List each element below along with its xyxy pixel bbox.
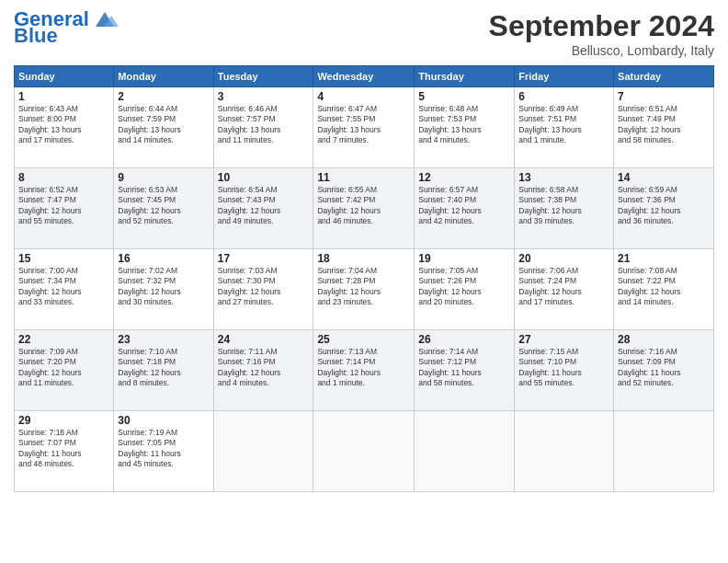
day-number: 27 [518, 333, 609, 346]
col-monday: Monday [114, 66, 213, 87]
table-row: 21Sunrise: 7:08 AM Sunset: 7:22 PM Dayli… [614, 249, 714, 330]
day-info: Sunrise: 6:52 AM Sunset: 7:47 PM Dayligh… [18, 185, 109, 227]
day-info: Sunrise: 6:51 AM Sunset: 7:49 PM Dayligh… [618, 104, 710, 146]
table-row: 14Sunrise: 6:59 AM Sunset: 7:36 PM Dayli… [614, 168, 714, 249]
table-row: 18Sunrise: 7:04 AM Sunset: 7:28 PM Dayli… [313, 249, 415, 330]
table-row: 27Sunrise: 7:15 AM Sunset: 7:10 PM Dayli… [515, 330, 614, 411]
calendar-week-4: 22Sunrise: 7:09 AM Sunset: 7:20 PM Dayli… [15, 330, 714, 411]
day-number: 24 [218, 333, 310, 346]
table-row: 6Sunrise: 6:49 AM Sunset: 7:51 PM Daylig… [515, 87, 614, 168]
day-number: 11 [317, 171, 410, 184]
calendar-week-2: 8Sunrise: 6:52 AM Sunset: 7:47 PM Daylig… [15, 168, 714, 249]
day-info: Sunrise: 7:16 AM Sunset: 7:09 PM Dayligh… [618, 347, 710, 389]
calendar-week-3: 15Sunrise: 7:00 AM Sunset: 7:34 PM Dayli… [15, 249, 714, 330]
title-section: September 2024 Bellusco, Lombardy, Italy [489, 9, 714, 58]
calendar-week-1: 1Sunrise: 6:43 AM Sunset: 8:00 PM Daylig… [15, 87, 714, 168]
table-row: 4Sunrise: 6:47 AM Sunset: 7:55 PM Daylig… [313, 87, 415, 168]
day-info: Sunrise: 6:57 AM Sunset: 7:40 PM Dayligh… [418, 185, 510, 227]
day-info: Sunrise: 6:53 AM Sunset: 7:45 PM Dayligh… [118, 185, 209, 227]
col-thursday: Thursday [415, 66, 515, 87]
day-number: 14 [618, 171, 710, 184]
day-number: 21 [618, 252, 710, 265]
table-row: 16Sunrise: 7:02 AM Sunset: 7:32 PM Dayli… [114, 249, 213, 330]
table-row [415, 411, 515, 492]
table-row: 29Sunrise: 7:18 AM Sunset: 7:07 PM Dayli… [15, 411, 114, 492]
table-row: 10Sunrise: 6:54 AM Sunset: 7:43 PM Dayli… [213, 168, 313, 249]
day-number: 1 [18, 90, 109, 103]
table-row: 30Sunrise: 7:19 AM Sunset: 7:05 PM Dayli… [114, 411, 213, 492]
day-number: 19 [418, 252, 510, 265]
day-info: Sunrise: 6:47 AM Sunset: 7:55 PM Dayligh… [317, 104, 410, 146]
table-row [614, 411, 714, 492]
table-row: 11Sunrise: 6:55 AM Sunset: 7:42 PM Dayli… [313, 168, 415, 249]
day-number: 18 [317, 252, 410, 265]
table-row: 12Sunrise: 6:57 AM Sunset: 7:40 PM Dayli… [415, 168, 515, 249]
table-row: 1Sunrise: 6:43 AM Sunset: 8:00 PM Daylig… [15, 87, 114, 168]
day-info: Sunrise: 7:11 AM Sunset: 7:16 PM Dayligh… [218, 347, 310, 389]
day-number: 25 [317, 333, 410, 346]
day-info: Sunrise: 7:15 AM Sunset: 7:10 PM Dayligh… [518, 347, 609, 389]
day-info: Sunrise: 7:00 AM Sunset: 7:34 PM Dayligh… [18, 266, 109, 308]
day-info: Sunrise: 6:55 AM Sunset: 7:42 PM Dayligh… [317, 185, 410, 227]
table-row: 5Sunrise: 6:48 AM Sunset: 7:53 PM Daylig… [415, 87, 515, 168]
day-info: Sunrise: 7:02 AM Sunset: 7:32 PM Dayligh… [118, 266, 209, 308]
logo-blue-text: Blue [14, 26, 58, 46]
day-info: Sunrise: 6:46 AM Sunset: 7:57 PM Dayligh… [218, 104, 310, 146]
day-info: Sunrise: 7:18 AM Sunset: 7:07 PM Dayligh… [18, 428, 109, 470]
table-row: 20Sunrise: 7:06 AM Sunset: 7:24 PM Dayli… [515, 249, 614, 330]
table-row: 19Sunrise: 7:05 AM Sunset: 7:26 PM Dayli… [415, 249, 515, 330]
day-info: Sunrise: 6:44 AM Sunset: 7:59 PM Dayligh… [118, 104, 209, 146]
table-row: 26Sunrise: 7:14 AM Sunset: 7:12 PM Dayli… [415, 330, 515, 411]
table-row: 15Sunrise: 7:00 AM Sunset: 7:34 PM Dayli… [15, 249, 114, 330]
col-tuesday: Tuesday [213, 66, 313, 87]
day-info: Sunrise: 7:13 AM Sunset: 7:14 PM Dayligh… [317, 347, 410, 389]
day-info: Sunrise: 7:04 AM Sunset: 7:28 PM Dayligh… [317, 266, 410, 308]
table-row [213, 411, 313, 492]
table-row: 22Sunrise: 7:09 AM Sunset: 7:20 PM Dayli… [15, 330, 114, 411]
calendar-header-row: Sunday Monday Tuesday Wednesday Thursday… [15, 66, 714, 87]
calendar-table: Sunday Monday Tuesday Wednesday Thursday… [14, 65, 714, 492]
logo-icon [91, 10, 119, 29]
day-info: Sunrise: 7:05 AM Sunset: 7:26 PM Dayligh… [418, 266, 510, 308]
table-row [313, 411, 415, 492]
col-friday: Friday [515, 66, 614, 87]
day-info: Sunrise: 7:08 AM Sunset: 7:22 PM Dayligh… [618, 266, 710, 308]
table-row [515, 411, 614, 492]
day-number: 29 [18, 414, 109, 427]
day-number: 6 [518, 90, 609, 103]
header: General Blue September 2024 Bellusco, Lo… [14, 9, 714, 58]
day-number: 8 [18, 171, 109, 184]
table-row: 28Sunrise: 7:16 AM Sunset: 7:09 PM Dayli… [614, 330, 714, 411]
day-number: 4 [317, 90, 410, 103]
location-subtitle: Bellusco, Lombardy, Italy [489, 43, 714, 58]
table-row: 3Sunrise: 6:46 AM Sunset: 7:57 PM Daylig… [213, 87, 313, 168]
month-title: September 2024 [489, 9, 714, 43]
table-row: 8Sunrise: 6:52 AM Sunset: 7:47 PM Daylig… [15, 168, 114, 249]
table-row: 9Sunrise: 6:53 AM Sunset: 7:45 PM Daylig… [114, 168, 213, 249]
day-number: 22 [18, 333, 109, 346]
day-number: 17 [218, 252, 310, 265]
col-wednesday: Wednesday [313, 66, 415, 87]
day-number: 2 [118, 90, 209, 103]
table-row: 2Sunrise: 6:44 AM Sunset: 7:59 PM Daylig… [114, 87, 213, 168]
day-info: Sunrise: 6:49 AM Sunset: 7:51 PM Dayligh… [518, 104, 609, 146]
day-number: 23 [118, 333, 209, 346]
day-number: 9 [118, 171, 209, 184]
day-info: Sunrise: 6:43 AM Sunset: 8:00 PM Dayligh… [18, 104, 109, 146]
day-number: 26 [418, 333, 510, 346]
day-info: Sunrise: 7:19 AM Sunset: 7:05 PM Dayligh… [118, 428, 209, 470]
day-number: 10 [218, 171, 310, 184]
day-info: Sunrise: 7:06 AM Sunset: 7:24 PM Dayligh… [518, 266, 609, 308]
day-info: Sunrise: 6:59 AM Sunset: 7:36 PM Dayligh… [618, 185, 710, 227]
day-info: Sunrise: 6:48 AM Sunset: 7:53 PM Dayligh… [418, 104, 510, 146]
col-saturday: Saturday [614, 66, 714, 87]
day-number: 30 [118, 414, 209, 427]
day-info: Sunrise: 6:58 AM Sunset: 7:38 PM Dayligh… [518, 185, 609, 227]
table-row: 23Sunrise: 7:10 AM Sunset: 7:18 PM Dayli… [114, 330, 213, 411]
day-info: Sunrise: 7:09 AM Sunset: 7:20 PM Dayligh… [18, 347, 109, 389]
day-number: 13 [518, 171, 609, 184]
table-row: 25Sunrise: 7:13 AM Sunset: 7:14 PM Dayli… [313, 330, 415, 411]
day-number: 5 [418, 90, 510, 103]
logo: General Blue [14, 9, 119, 46]
day-info: Sunrise: 7:03 AM Sunset: 7:30 PM Dayligh… [218, 266, 310, 308]
